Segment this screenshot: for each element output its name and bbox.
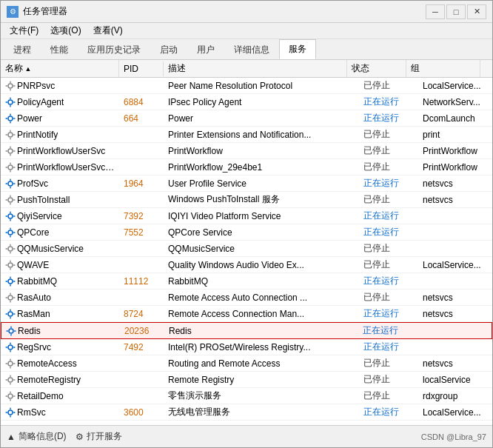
service-icon [5, 342, 16, 352]
svg-point-35 [8, 198, 13, 202]
title-bar: ⚙ 任务管理器 ─ □ ✕ [1, 1, 492, 23]
table-row[interactable]: PrintNotify Printer Extensions and Notif… [1, 127, 492, 143]
svg-rect-8 [6, 101, 8, 102]
svg-rect-102 [10, 415, 10, 418]
svg-rect-91 [10, 375, 10, 377]
svg-rect-99 [13, 395, 16, 396]
svg-rect-16 [10, 130, 10, 132]
svg-rect-37 [10, 203, 10, 205]
tab-users[interactable]: 用户 [187, 40, 224, 59]
svg-rect-21 [10, 146, 10, 148]
svg-rect-31 [10, 178, 10, 181]
service-desc: IQIYI Video Platform Service [164, 210, 359, 223]
svg-rect-34 [13, 183, 16, 184]
svg-rect-83 [6, 347, 8, 347]
service-pid [119, 296, 164, 299]
tab-processes[interactable]: 进程 [4, 40, 41, 59]
col-group[interactable]: 组 [406, 60, 480, 77]
service-status: 正在运行 [359, 94, 418, 110]
table-row[interactable]: QWAVE Quality Windows Audio Video Ex... … [1, 257, 492, 273]
service-status: 正在运行 [359, 306, 418, 321]
svg-rect-58 [6, 264, 8, 265]
svg-rect-1 [10, 81, 10, 83]
col-pid[interactable]: PID [119, 61, 164, 76]
tab-details[interactable]: 详细信息 [224, 40, 279, 59]
table-row[interactable]: RegSrvc 7492 Intel(R) PROSet/Wireless Re… [1, 339, 492, 355]
service-name: PNRPsvc [17, 81, 55, 91]
summary-button[interactable]: ▲ 简略信息(D) [7, 430, 67, 443]
svg-point-40 [8, 214, 13, 218]
table-row[interactable]: Redis 20236 Redis 正在运行 [1, 322, 492, 339]
table-row[interactable]: RmSvc 3600 无线电管理服务 正在运行 LocalService... [1, 404, 492, 421]
menu-view[interactable]: 查看(V) [87, 23, 129, 39]
service-group: PrintWorkflow [418, 144, 492, 158]
table-row[interactable]: PrintWorkflowUserSvc_2... PrintWorkflow_… [1, 159, 492, 175]
menu-options[interactable]: 选项(O) [44, 23, 87, 39]
table-row[interactable]: PolicyAgent 6884 IPsec Policy Agent 正在运行… [1, 94, 492, 110]
svg-rect-86 [10, 358, 10, 361]
service-desc: Remote Registry [164, 373, 359, 387]
table-row[interactable]: RemoteAccess Routing and Remote Access 已… [1, 355, 492, 372]
svg-rect-68 [6, 297, 8, 298]
maximize-button[interactable]: □ [446, 4, 466, 19]
tab-services[interactable]: 服务 [279, 39, 316, 59]
svg-point-25 [8, 165, 13, 170]
svg-rect-26 [10, 162, 10, 164]
table-row[interactable]: QQMusicService QQMusicService 已停止 [1, 241, 492, 257]
svg-rect-51 [10, 244, 10, 246]
service-icon [5, 178, 16, 189]
service-name-cell: PrintWorkflowUserSvc [1, 144, 119, 158]
service-status: 已停止 [359, 388, 418, 404]
service-icon [5, 146, 16, 156]
col-desc[interactable]: 描述 [164, 60, 347, 77]
table-row[interactable]: Power 664 Power 正在运行 DcomLaunch [1, 110, 492, 127]
col-name[interactable]: 名称 [1, 60, 119, 77]
tab-app-history[interactable]: 应用历史记录 [78, 40, 150, 59]
service-icon [5, 260, 16, 270]
table-row[interactable]: PNRPsvc Peer Name Resolution Protocol 已停… [1, 78, 492, 94]
table-row[interactable]: ProfSvc 1964 User Profile Service 正在运行 n… [1, 175, 492, 192]
col-status[interactable]: 状态 [347, 60, 406, 77]
service-group: LocalService... [418, 79, 492, 93]
svg-rect-48 [6, 232, 8, 233]
open-services-button[interactable]: ⚙ 打开服务 [76, 430, 122, 443]
svg-rect-19 [13, 134, 16, 135]
open-services-label: 打开服务 [87, 430, 122, 443]
minimize-button[interactable]: ─ [426, 4, 445, 19]
service-icon [5, 211, 16, 221]
service-name: PrintWorkflowUserSvc [17, 146, 105, 156]
service-group: DcomLaunch [418, 112, 492, 125]
table-row[interactable]: PushToInstall Windows PushToInstall 服务 已… [1, 192, 492, 208]
tab-performance[interactable]: 性能 [41, 40, 78, 59]
svg-rect-49 [13, 232, 16, 233]
svg-rect-97 [10, 399, 10, 401]
table-row[interactable]: PrintWorkflowUserSvc PrintWorkflow 已停止 P… [1, 143, 492, 159]
service-name: ProfSvc [17, 178, 48, 189]
service-icon [5, 244, 16, 254]
service-name-cell: QWAVE [1, 258, 119, 272]
svg-point-45 [8, 230, 13, 235]
table-row[interactable]: RasAuto Remote Access Auto Connection ..… [1, 290, 492, 306]
table-row[interactable]: QPCore 7552 QPCore Service 正在运行 [1, 224, 492, 241]
svg-rect-62 [10, 284, 10, 287]
services-table-body[interactable]: PNRPsvc Peer Name Resolution Protocol 已停… [1, 78, 492, 425]
service-group [418, 280, 492, 283]
menu-file[interactable]: 文件(F) [4, 23, 44, 39]
footer: ▲ 简略信息(D) ⚙ 打开服务 CSDN @Libra_97 [1, 425, 492, 447]
service-pid [119, 247, 164, 250]
svg-point-75 [9, 329, 13, 333]
table-row[interactable]: RabbitMQ 11112 RabbitMQ 正在运行 [1, 273, 492, 290]
service-icon [5, 375, 16, 385]
service-name-cell: PolicyAgent [1, 96, 119, 109]
service-desc: Remote Access Auto Connection ... [164, 291, 359, 304]
table-row[interactable]: RasMan 8724 Remote Access Connection Man… [1, 306, 492, 322]
table-row[interactable]: QiyiService 7392 IQIYI Video Platform Se… [1, 208, 492, 224]
table-row[interactable]: RemoteRegistry Remote Registry 已停止 local… [1, 372, 492, 388]
service-status: 已停止 [359, 241, 418, 256]
service-name-cell: QiyiService [1, 210, 119, 223]
service-pid: 20236 [120, 324, 164, 338]
close-button[interactable]: ✕ [467, 4, 486, 19]
tab-startup[interactable]: 启动 [150, 40, 187, 59]
table-row[interactable]: RetailDemo 零售演示服务 已停止 rdxgroup [1, 388, 492, 404]
service-pid [119, 166, 164, 169]
